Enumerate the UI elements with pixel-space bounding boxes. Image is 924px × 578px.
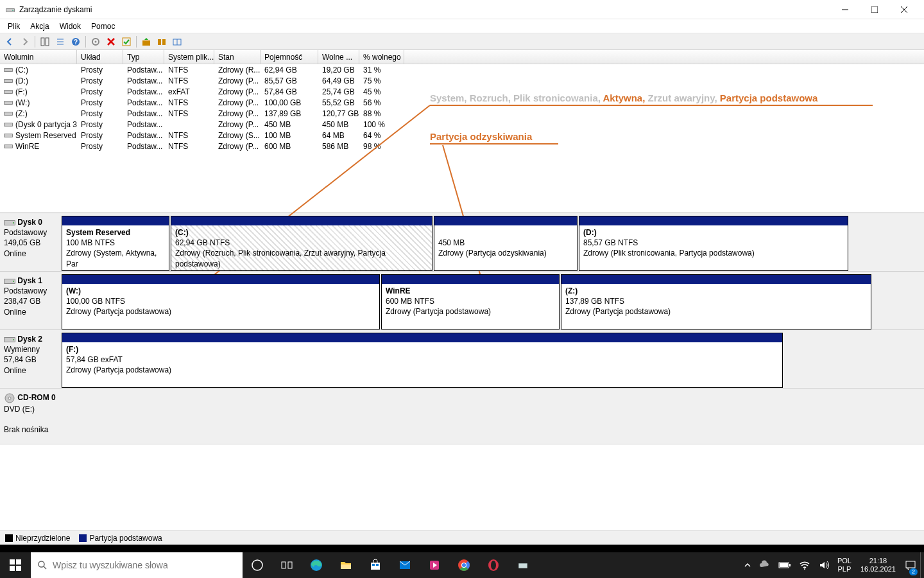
table-row[interactable]: (Dysk 0 partycja 3)ProstyPodstaw...Zdrow…: [0, 119, 924, 130]
list-button[interactable]: [53, 35, 67, 49]
partition[interactable]: 450 MBZdrowy (Partycja odzyskiwania): [434, 216, 578, 271]
svg-rect-61: [288, 562, 292, 568]
column-header-status[interactable]: Stan: [214, 50, 261, 64]
cell-volume: (W:): [0, 98, 77, 107]
partition[interactable]: (F:)57,84 GB exFATZdrowy (Partycja podst…: [62, 333, 783, 388]
svg-rect-80: [780, 563, 788, 567]
column-header-pctfree[interactable]: % wolnego: [359, 50, 404, 64]
delete-button[interactable]: [104, 35, 118, 49]
svg-rect-21: [162, 39, 166, 45]
cell-status: Zdrowy (P...: [214, 87, 261, 96]
partition[interactable]: (Z:)137,89 GB NTFSZdrowy (Partycja podst…: [561, 274, 871, 329]
cell-fs: NTFS: [164, 98, 214, 107]
cell-free: 586 MB: [318, 142, 359, 151]
back-button[interactable]: [3, 35, 17, 49]
column-header-capacity[interactable]: Pojemność: [261, 50, 318, 64]
taskbar-search[interactable]: [31, 552, 243, 578]
svg-rect-29: [4, 91, 12, 93]
edge-icon[interactable]: [302, 552, 331, 578]
svg-point-75: [491, 561, 496, 570]
chrome-icon[interactable]: [449, 552, 479, 578]
cell-type: Podstaw...: [123, 76, 164, 85]
window-minimize-button[interactable]: [830, 0, 860, 19]
cell-volume: (Dysk 0 partycja 3): [0, 120, 77, 129]
system-tray: POL PLP 21:18 16.02.2021 2: [740, 552, 924, 578]
table-row[interactable]: (C:)ProstyPodstaw...NTFSZdrowy (R...62,9…: [0, 64, 924, 75]
svg-point-59: [252, 560, 262, 570]
notifications-icon[interactable]: 2: [901, 552, 920, 578]
cell-capacity: 137,89 GB: [261, 109, 318, 118]
app-icon[interactable]: [508, 552, 538, 578]
svg-rect-35: [4, 123, 12, 126]
legend-item: Nieprzydzielone: [5, 534, 70, 543]
cell-capacity: 62,94 GB: [261, 66, 318, 74]
menu-pomoc[interactable]: Pomoc: [86, 21, 120, 32]
svg-rect-53: [10, 559, 15, 565]
table-row[interactable]: (F:)ProstyPodstaw...exFATZdrowy (P...57,…: [0, 86, 924, 97]
action-button-1[interactable]: [139, 35, 153, 49]
battery-icon[interactable]: [774, 552, 795, 578]
clock[interactable]: 21:18 16.02.2021: [855, 552, 901, 578]
cell-type: Podstaw...: [123, 120, 164, 129]
explorer-icon[interactable]: [331, 552, 361, 578]
cell-free: 64 MB: [318, 131, 359, 140]
taskview-icon[interactable]: [272, 552, 302, 578]
partition[interactable]: (W:)100,00 GB NTFSZdrowy (Partycja podst…: [62, 274, 380, 329]
cell-volume: (D:): [0, 76, 77, 85]
svg-rect-4: [871, 6, 878, 13]
notification-badge: 2: [909, 568, 918, 575]
partition[interactable]: (D:)85,57 GB NTFSZdrowy (Plik stronicowa…: [579, 216, 848, 271]
window-title: Zarządzanie dyskami: [19, 5, 830, 14]
disk-info[interactable]: Dysk 1Podstawowy238,47 GBOnline: [0, 272, 62, 329]
menu-widok[interactable]: Widok: [55, 21, 86, 32]
cell-free: 120,77 GB: [318, 109, 359, 118]
language-indicator[interactable]: POL PLP: [834, 552, 855, 578]
cell-layout: Prosty: [77, 142, 123, 151]
movies-icon[interactable]: [420, 552, 449, 578]
partition[interactable]: (C:)62,94 GB NTFSZdrowy (Rozruch, Plik s…: [171, 216, 432, 271]
start-button[interactable]: [0, 552, 31, 578]
svg-rect-20: [158, 39, 161, 45]
table-row[interactable]: (Z:)ProstyPodstaw...NTFSZdrowy (P...137,…: [0, 108, 924, 119]
disk-row: Dysk 1Podstawowy238,47 GBOnline(W:)100,0…: [0, 272, 924, 330]
cortana-icon[interactable]: [243, 552, 272, 578]
column-header-volume[interactable]: Wolumin: [0, 50, 77, 64]
action-button-2[interactable]: [155, 35, 169, 49]
column-header-layout[interactable]: Układ: [77, 50, 123, 64]
action-button-3[interactable]: [170, 35, 184, 49]
column-header-free[interactable]: Wolne ...: [318, 50, 359, 64]
disk-info[interactable]: CD-ROM 0DVD (E:)Brak nośnika: [0, 389, 62, 444]
show-desktop-button[interactable]: [920, 552, 924, 578]
cell-layout: Prosty: [77, 109, 123, 118]
wifi-icon[interactable]: [795, 552, 814, 578]
column-header-type[interactable]: Typ: [123, 50, 164, 64]
disk-info[interactable]: Dysk 2Wymienny57,84 GBOnline: [0, 330, 62, 388]
table-row[interactable]: (W:)ProstyPodstaw...NTFSZdrowy (P...100,…: [0, 97, 924, 108]
tray-chevron-icon[interactable]: [740, 552, 755, 578]
legend-swatch: [5, 534, 13, 542]
window-close-button[interactable]: [889, 0, 919, 19]
column-header-fs[interactable]: System plik...: [164, 50, 214, 64]
table-row[interactable]: (D:)ProstyPodstaw...NTFSZdrowy (P...85,5…: [0, 75, 924, 86]
menu-plik[interactable]: Plik: [3, 21, 25, 32]
onedrive-icon[interactable]: [755, 552, 774, 578]
settings-button[interactable]: [89, 35, 103, 49]
check-button[interactable]: [119, 35, 133, 49]
store-icon[interactable]: [361, 552, 390, 578]
table-row[interactable]: WinREProstyPodstaw...NTFSZdrowy (P...600…: [0, 141, 924, 152]
table-row[interactable]: System ReservedProstyPodstaw...NTFSZdrow…: [0, 130, 924, 141]
menu-akcja[interactable]: Akcja: [25, 21, 54, 32]
search-input[interactable]: [53, 560, 236, 570]
window-maximize-button[interactable]: [860, 0, 889, 19]
opera-icon[interactable]: [479, 552, 508, 578]
forward-button[interactable]: [18, 35, 32, 49]
mail-icon[interactable]: [390, 552, 420, 578]
refresh-button[interactable]: [38, 35, 52, 49]
partition[interactable]: WinRE600 MB NTFSZdrowy (Partycja podstaw…: [381, 274, 560, 329]
volume-icon[interactable]: [814, 552, 834, 578]
help-button[interactable]: ?: [69, 35, 83, 49]
svg-point-81: [804, 568, 805, 570]
disk-partitions: (F:)57,84 GB exFATZdrowy (Partycja podst…: [62, 330, 924, 388]
partition[interactable]: System Reserved100 MB NTFSZdrowy (System…: [62, 216, 169, 271]
disk-info[interactable]: Dysk 0Podstawowy149,05 GBOnline: [0, 213, 62, 271]
